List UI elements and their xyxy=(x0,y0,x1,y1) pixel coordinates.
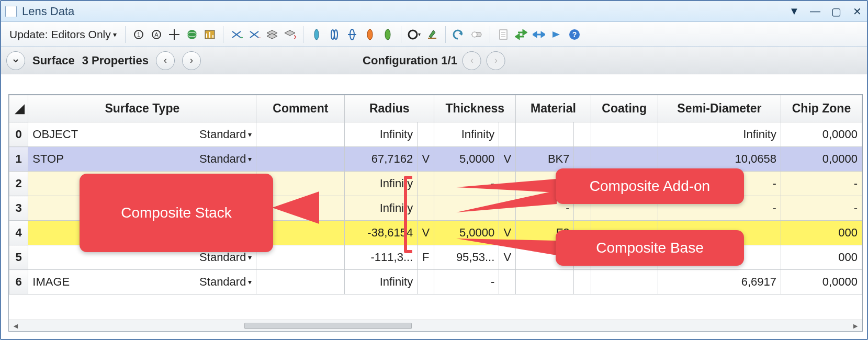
chip-zone-cell[interactable]: 0,0000 xyxy=(781,270,862,294)
undo-icon[interactable] xyxy=(451,27,467,42)
refresh-a-icon[interactable]: A xyxy=(149,27,164,42)
expand-properties-button[interactable] xyxy=(6,51,25,70)
radius-flag-cell[interactable]: F xyxy=(418,245,434,270)
toggle-icon[interactable] xyxy=(469,27,484,42)
thickness-flag-cell[interactable] xyxy=(499,196,516,221)
radius-flag-cell[interactable]: V xyxy=(418,221,434,245)
col-coating[interactable]: Coating xyxy=(591,95,658,122)
table-row[interactable]: 6IMAGEStandard▾Infinity-6,69170,0000 xyxy=(9,270,862,294)
update-mode-dropdown[interactable]: Update: Editors Only ▾ xyxy=(6,27,120,42)
document-icon[interactable] xyxy=(495,27,511,42)
surface-type-cell[interactable]: IMAGEStandard▾ xyxy=(28,270,256,294)
semi-diameter-cell[interactable]: 6,6917 xyxy=(658,270,781,294)
col-semi-diameter[interactable]: Semi-Diameter xyxy=(658,95,781,122)
scroll-right-icon[interactable]: ► xyxy=(852,322,859,330)
lens-double-icon[interactable] xyxy=(326,27,342,42)
thickness-cell[interactable]: 5,0000 xyxy=(434,147,499,172)
thickness-flag-cell[interactable]: V xyxy=(499,147,516,172)
lens-single-icon[interactable] xyxy=(309,27,324,42)
comment-cell[interactable] xyxy=(256,147,345,172)
thickness-cell[interactable]: Infinity xyxy=(434,122,499,147)
material-cell[interactable] xyxy=(516,122,574,147)
split-add-icon[interactable]: + xyxy=(229,27,244,42)
globe-icon[interactable] xyxy=(184,27,200,42)
split-remove-icon[interactable]: − xyxy=(246,27,262,42)
stack-icon[interactable] xyxy=(264,27,280,42)
menu-dropdown-icon[interactable]: ▼ xyxy=(788,6,800,17)
material-cell[interactable]: BK7 xyxy=(516,147,574,172)
col-thickness[interactable]: Thickness xyxy=(434,95,516,122)
material-cell[interactable] xyxy=(516,270,574,294)
thickness-cell[interactable]: 95,53... xyxy=(434,245,499,270)
radius-flag-cell[interactable] xyxy=(418,270,434,294)
chip-zone-cell[interactable]: - xyxy=(781,196,862,221)
radius-flag-cell[interactable]: V xyxy=(418,147,434,172)
coating-cell[interactable] xyxy=(591,270,658,294)
thickness-cell[interactable]: - xyxy=(434,196,499,221)
stack-delete-icon[interactable]: ✕ xyxy=(282,27,298,42)
col-chip-zone[interactable]: Chip Zone xyxy=(781,95,862,122)
next-config-button[interactable]: › xyxy=(487,51,505,70)
chip-zone-cell[interactable]: 0,0000 xyxy=(781,122,862,147)
corner-cell[interactable]: ◢ xyxy=(9,95,28,122)
thickness-flag-cell[interactable]: V xyxy=(499,245,516,270)
refresh-1-icon[interactable]: 1 xyxy=(131,27,146,42)
thickness-cell[interactable]: 5,0000 xyxy=(434,221,499,245)
surface-type-cell[interactable]: OBJECTStandard▾ xyxy=(28,122,256,147)
radius-flag-cell[interactable] xyxy=(418,196,434,221)
radius-cell[interactable]: Infinity xyxy=(345,270,418,294)
next-icon[interactable] xyxy=(549,27,565,42)
col-surface-type[interactable]: Surface Type xyxy=(28,95,256,122)
surface-type-dropdown[interactable]: Standard▾ xyxy=(199,152,252,166)
coating-cell[interactable] xyxy=(591,122,658,147)
lens-aperture-icon[interactable] xyxy=(344,27,360,42)
chip-zone-cell[interactable]: 0,0000 xyxy=(781,147,862,172)
next-surface-button[interactable]: › xyxy=(182,51,201,70)
comment-cell[interactable] xyxy=(256,270,345,294)
minimize-button[interactable]: — xyxy=(809,6,821,17)
close-button[interactable]: ✕ xyxy=(851,6,863,17)
radius-cell[interactable]: Infinity xyxy=(345,122,418,147)
circle-o-icon[interactable]: ▾ xyxy=(407,27,422,42)
row-index[interactable]: 3 xyxy=(9,196,28,221)
col-radius[interactable]: Radius xyxy=(345,95,434,122)
prev-surface-button[interactable]: ‹ xyxy=(156,51,175,70)
table-row[interactable]: 1STOPStandard▾67,7162V5,0000VBK710,06580… xyxy=(9,147,862,172)
surface-type-cell[interactable]: STOPStandard▾ xyxy=(28,147,256,172)
prev-config-button[interactable]: ‹ xyxy=(463,51,481,70)
radius-flag-cell[interactable] xyxy=(418,172,434,196)
row-index[interactable]: 5 xyxy=(9,245,28,270)
row-index[interactable]: 6 xyxy=(9,270,28,294)
brush-icon[interactable] xyxy=(424,27,440,42)
table-row[interactable]: 0OBJECTStandard▾InfinityInfinityInfinity… xyxy=(9,122,862,147)
material-flag-cell[interactable] xyxy=(574,270,591,294)
semi-diameter-cell[interactable]: 10,0658 xyxy=(658,147,781,172)
surface-type-dropdown[interactable]: Standard▾ xyxy=(199,128,252,141)
lens-green-icon[interactable] xyxy=(380,27,396,42)
row-index[interactable]: 2 xyxy=(9,172,28,196)
swap-icon[interactable] xyxy=(513,27,529,42)
thickness-flag-cell[interactable] xyxy=(499,122,516,147)
chip-zone-cell[interactable]: 000 xyxy=(781,221,862,245)
semi-diameter-cell[interactable]: Infinity xyxy=(658,122,781,147)
crosshair-icon[interactable] xyxy=(166,27,182,42)
scrollbar-thumb[interactable] xyxy=(244,323,412,329)
surface-type-dropdown[interactable]: Standard▾ xyxy=(199,275,252,289)
row-index[interactable]: 4 xyxy=(9,221,28,245)
comment-cell[interactable] xyxy=(256,122,345,147)
surface-type-dropdown[interactable]: Standard▾ xyxy=(199,251,252,264)
radius-flag-cell[interactable] xyxy=(418,122,434,147)
row-index[interactable]: 0 xyxy=(9,122,28,147)
coating-cell[interactable] xyxy=(591,147,658,172)
horizontal-scrollbar[interactable]: ◄ ► xyxy=(9,320,862,331)
row-index[interactable]: 1 xyxy=(9,147,28,172)
material-flag-cell[interactable] xyxy=(574,147,591,172)
thickness-cell[interactable]: - xyxy=(434,172,499,196)
material-flag-cell[interactable] xyxy=(574,122,591,147)
chip-zone-cell[interactable]: 000 xyxy=(781,245,862,270)
chart-icon[interactable] xyxy=(202,27,218,42)
lens-color-icon[interactable] xyxy=(362,27,378,42)
radius-cell[interactable]: 67,7162 xyxy=(345,147,418,172)
chip-zone-cell[interactable]: - xyxy=(781,172,862,196)
expand-h-icon[interactable] xyxy=(531,27,547,42)
